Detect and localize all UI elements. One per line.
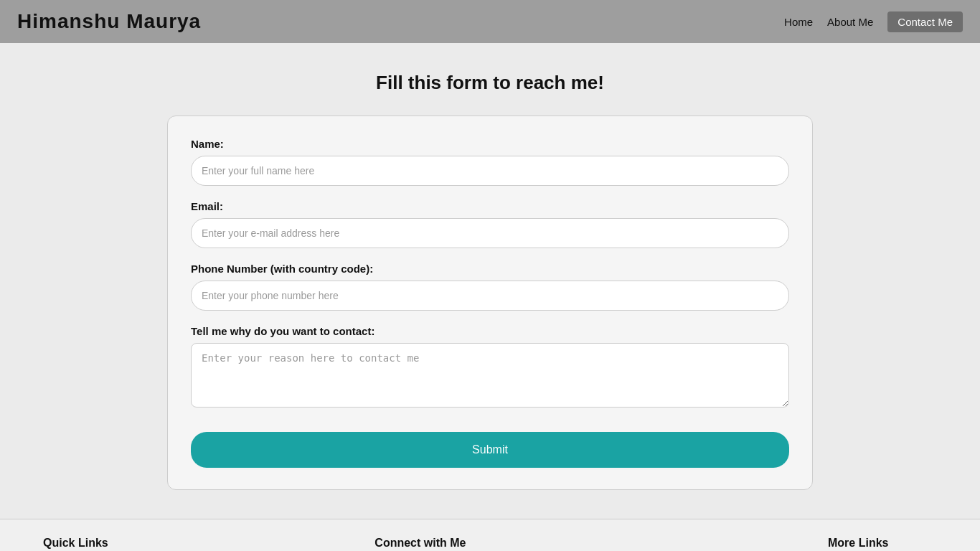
more-links-heading: More Links [828, 537, 937, 550]
phone-label: Phone Number (with country code): [191, 263, 789, 275]
name-label: Name: [191, 138, 789, 150]
footer-more-links-col: More Links [828, 537, 937, 551]
name-group: Name: [191, 138, 789, 186]
phone-input[interactable] [191, 281, 789, 311]
name-input[interactable] [191, 156, 789, 186]
email-group: Email: [191, 200, 789, 248]
nav-contact-active[interactable]: Contact Me [887, 11, 963, 32]
page-heading: Fill this form to reach me! [376, 72, 604, 94]
nav-about[interactable]: About Me [827, 16, 873, 28]
footer-quick-links-col: Quick Links Home About Me Contact Me [43, 537, 108, 551]
main-nav: Home About Me Contact Me [784, 11, 963, 32]
nav-home[interactable]: Home [784, 16, 813, 28]
main-content: Fill this form to reach me! Name: Email:… [0, 43, 980, 519]
contact-form: Name: Email: Phone Number (with country … [191, 138, 789, 468]
phone-group: Phone Number (with country code): [191, 263, 789, 311]
submit-button[interactable]: Submit [191, 432, 789, 468]
connect-heading: Connect with Me [374, 537, 561, 550]
quick-links-heading: Quick Links [43, 537, 108, 550]
reason-textarea[interactable] [191, 343, 789, 408]
footer: Quick Links Home About Me Contact Me Con… [0, 519, 980, 551]
contact-form-card: Name: Email: Phone Number (with country … [167, 116, 813, 490]
reason-label: Tell me why do you want to contact: [191, 325, 789, 337]
header: Himanshu Maurya Home About Me Contact Me [0, 0, 980, 43]
email-label: Email: [191, 200, 789, 212]
reason-group: Tell me why do you want to contact: [191, 325, 789, 410]
site-title: Himanshu Maurya [17, 10, 201, 33]
footer-connect-col: Connect with Me [374, 537, 561, 551]
email-input[interactable] [191, 218, 789, 248]
